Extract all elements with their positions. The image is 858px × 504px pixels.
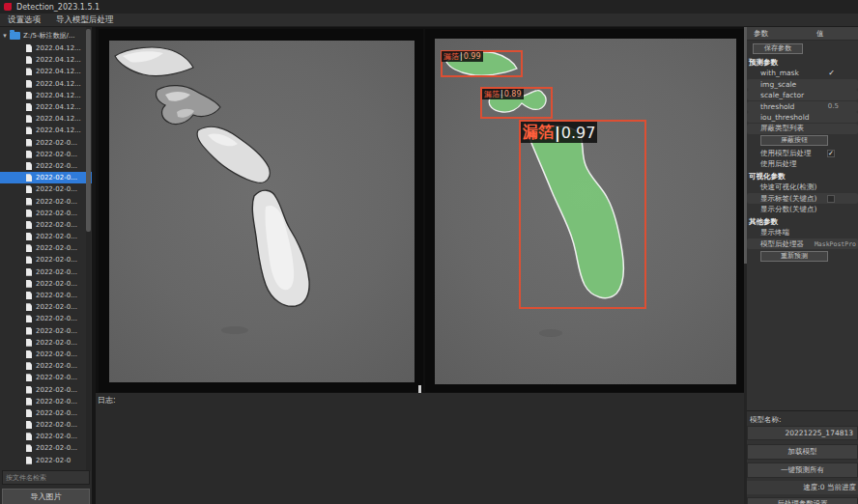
file-name: 2022-02-0... <box>36 398 77 406</box>
predict-all-button[interactable]: 一键预测所有 <box>747 462 858 478</box>
file-list-item[interactable]: 2022.04.12... <box>0 125 92 136</box>
file-list-item[interactable]: 2022-02-0... <box>0 160 92 172</box>
file-name: 2022-02-0... <box>36 374 77 381</box>
param-section-other: 其他参数 <box>747 216 858 227</box>
file-list-item[interactable]: 2022-02-0... <box>0 383 92 395</box>
detection-class: 漏箔 <box>523 123 554 143</box>
param-row-model-postprocessor[interactable]: 模型后处理器 MaskPostPro <box>747 238 858 249</box>
file-tree-panel: ▾ Z:/5-标注数据/... 2022.04.12... 2022.04.12… <box>0 27 92 504</box>
param-section-visualization: 可视化参数 <box>747 171 858 182</box>
file-list-item[interactable]: 2022-02-0... <box>0 278 92 290</box>
file-list: 2022.04.12... 2022.04.12... 2022.04.12..… <box>0 42 92 494</box>
file-icon <box>26 444 32 452</box>
app-window: Detection_2023.1.5.1 设置选项 导入模型后处理 ▾ Z:/5… <box>0 0 858 504</box>
file-list-item[interactable]: 2022-02-0... <box>0 149 92 160</box>
file-list-item[interactable]: 2022-02-0... <box>0 372 92 383</box>
progress-status: 速度:0 当前进度 <box>747 481 858 494</box>
file-list-item[interactable]: 2022-02-0... <box>0 290 92 301</box>
file-list-item[interactable]: 2022-02-0... <box>0 360 92 372</box>
file-list-item[interactable]: 2022.04.12... <box>0 90 92 101</box>
param-row-show-terminal[interactable]: 显示终端 <box>747 228 858 238</box>
param-row-show-labels[interactable]: 显示标签(关键点) <box>747 193 858 204</box>
label-separator: | <box>555 124 560 142</box>
file-list-item[interactable]: 2022-02-0... <box>0 419 92 431</box>
file-name: 2022-02-0... <box>36 409 77 417</box>
title-bar: Detection_2023.1.5.1 <box>0 0 858 14</box>
file-icon <box>26 362 32 370</box>
file-name: 2022-02-0... <box>36 327 77 335</box>
file-list-item[interactable]: 2022.04.12... <box>0 113 92 125</box>
file-list-item[interactable]: 2022-02-0... <box>0 231 92 242</box>
checkbox-checked-icon[interactable]: ✓ <box>827 150 835 157</box>
model-name-field[interactable]: 20221225_174813 <box>747 426 858 440</box>
param-row-show-scores[interactable]: 显示分数(关键点) <box>747 205 858 215</box>
file-list-item[interactable]: 2022-02-0... <box>0 407 92 419</box>
file-name: 2022-02-0... <box>36 233 77 240</box>
file-list-item[interactable]: 2022-02-0... <box>0 219 92 231</box>
file-list-item[interactable]: 2022-02-0... <box>0 208 92 219</box>
file-list-item[interactable]: 2022-02-0... <box>0 313 92 324</box>
file-icon <box>26 433 32 440</box>
threshold-value[interactable]: 0.5 <box>828 102 858 110</box>
checkbox-empty-icon[interactable] <box>827 195 835 203</box>
menu-settings[interactable]: 设置选项 <box>8 14 41 26</box>
file-list-item[interactable]: 2022-02-0... <box>0 325 92 337</box>
file-list-item[interactable]: 2022.04.12... <box>0 101 92 113</box>
param-row-use-model-postproc[interactable]: 使用模型后处理 ✓ <box>747 148 858 158</box>
file-list-item[interactable]: 2022-02-0... <box>0 442 92 454</box>
file-icon <box>26 68 32 75</box>
file-name: 2022-02-0... <box>36 280 77 288</box>
file-list-item[interactable]: 2022.04.12... <box>0 78 92 90</box>
original-image[interactable] <box>109 41 415 382</box>
file-list-item[interactable]: 2022-02-0 <box>0 455 92 466</box>
file-list-item[interactable]: 2022-02-0... <box>0 396 92 407</box>
file-list-item[interactable]: 2022.04.12... <box>0 66 92 77</box>
param-row-threshold[interactable]: threshold 0.5 <box>747 101 858 112</box>
tree-root-node[interactable]: ▾ Z:/5-标注数据/... <box>0 29 92 42</box>
file-list-item[interactable]: 2022.04.12... <box>0 54 92 66</box>
import-images-button[interactable]: 导入图片 <box>2 489 90 504</box>
load-model-button[interactable]: 加载模型 <box>747 444 858 460</box>
file-icon <box>26 244 32 252</box>
param-row-iou-threshold[interactable]: iou_threshold <box>747 112 858 123</box>
postprocessor-value[interactable]: MaskPostPro <box>815 240 858 248</box>
param-row-mask-type-list[interactable]: 屏蔽类型列表 <box>747 124 858 134</box>
file-icon <box>26 386 32 394</box>
file-name: 2022.04.12... <box>36 44 81 52</box>
file-icon <box>26 198 32 206</box>
tree-scrollbar-thumb[interactable] <box>86 29 91 232</box>
file-list-item[interactable]: 2022-02-0... <box>0 254 92 266</box>
file-list-item[interactable]: 2022.04.12... <box>0 42 92 54</box>
file-list-item[interactable]: 2022-02-0... <box>0 301 92 313</box>
file-icon <box>26 103 32 111</box>
param-row-img-scale[interactable]: img_scale <box>747 79 858 90</box>
file-icon <box>26 162 32 170</box>
file-name: 2022.04.12... <box>36 126 81 134</box>
file-icon <box>26 268 32 276</box>
mask-button[interactable]: 屏蔽按钮 <box>760 135 828 146</box>
param-row-use-postproc[interactable]: 使用后处理 <box>747 159 858 170</box>
file-list-item[interactable]: 2022-02-0... <box>0 431 92 442</box>
file-list-item[interactable]: 2022-02-0... <box>0 195 92 207</box>
postprocess-settings-button[interactable]: 后处理参数设置 <box>747 497 858 504</box>
re-predict-button[interactable]: 重新预测 <box>760 251 828 262</box>
tree-expand-arrow-icon[interactable]: ▾ <box>0 32 10 40</box>
file-list-item[interactable]: 2022-02-0... <box>0 242 92 254</box>
file-icon <box>26 280 32 288</box>
file-list-item[interactable]: 2022-02-0... <box>0 266 92 278</box>
file-list-item[interactable]: 2022-02-0... <box>0 349 92 360</box>
param-row-with-mask[interactable]: with_mask ✓ <box>747 68 858 78</box>
param-row-scale-factor[interactable]: scale_factor <box>747 90 858 100</box>
menu-import-postprocess[interactable]: 导入模型后处理 <box>56 14 114 26</box>
file-list-item[interactable]: 2022-02-0... <box>0 183 92 195</box>
file-icon <box>26 221 32 229</box>
file-list-item[interactable]: 2022-02-0... <box>0 137 92 149</box>
file-list-item[interactable]: 2022-02-0... <box>0 172 92 183</box>
check-icon[interactable]: ✓ <box>828 69 858 77</box>
file-list-item[interactable]: 2022-02-0... <box>0 337 92 349</box>
tree-scrollbar[interactable] <box>86 27 91 471</box>
search-input[interactable] <box>2 470 90 485</box>
file-name: 2022-02-0... <box>36 268 77 276</box>
param-row-fast-visualize[interactable]: 快速可视化(检测) <box>747 182 858 193</box>
save-params-button[interactable]: 保存参数 <box>753 43 803 54</box>
